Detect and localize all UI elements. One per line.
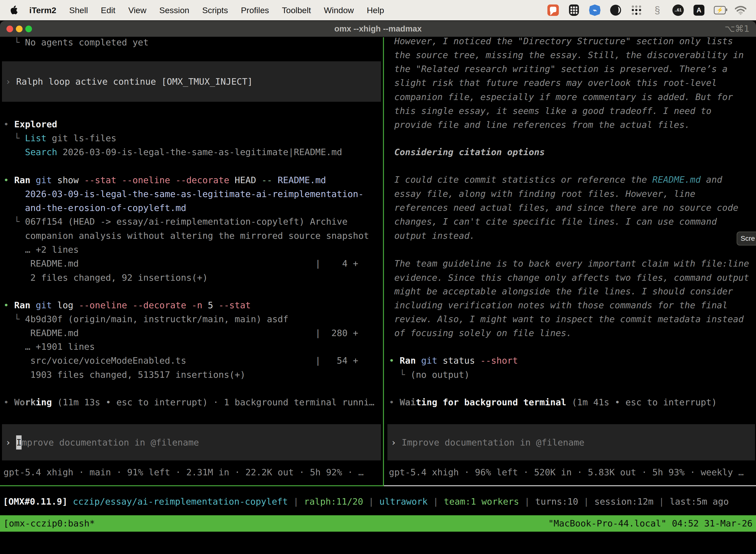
terminal-line: gpt-5.4 xhigh · main · 91% left · 2.31M …	[0, 465, 382, 479]
menu-scripts[interactable]: Scripts	[202, 5, 228, 15]
menu-profiles[interactable]: Profiles	[241, 5, 269, 15]
terminal-line: • Ran git log --oneline --decorate -n 5 …	[0, 298, 382, 312]
terminal-line: including verification notes with those …	[385, 298, 756, 312]
terminal-line: Search 2026-03-09-is-legal-the-same-as-l…	[0, 145, 382, 159]
omx-status-line: [OMX#0.11.9] cczip/essay/ai-reimplementa…	[0, 494, 756, 509]
terminal-line: this single essay, it seems like a good …	[385, 104, 756, 118]
blue-badge-icon[interactable]: ⌁	[589, 4, 601, 16]
menu-help[interactable]: Help	[367, 5, 384, 15]
right-terminal-pane: However, I noticed the "Directory Struct…	[385, 37, 756, 486]
terminal-line: slight risk that future readers may over…	[385, 76, 756, 90]
terminal-line: the source tree, missing the essay. Stil…	[385, 48, 756, 62]
terminal-line: 2 files changed, 92 insertions(+)	[0, 271, 382, 285]
terminal-line: companion file, especially if more comme…	[385, 90, 756, 104]
tmux-host-clock: "MacBook-Pro-44.local" 04:52 31-Mar-26	[548, 515, 753, 532]
terminal-line: essay file, along with finding root file…	[385, 187, 756, 201]
window-shortcut-badge: ⌥⌘1	[725, 21, 750, 37]
terminal-line: gpt-5.4 xhigh · 96% left · 520K in · 5.8…	[385, 465, 756, 479]
terminal-line: Considering citation options	[385, 145, 756, 159]
terminal-line: However, I noticed the "Directory Struct…	[385, 37, 756, 48]
dots-grid-icon[interactable]	[630, 4, 642, 16]
right-pane-border	[384, 485, 756, 486]
left-terminal-pane: └ No agents completed yet› Ralph loop ac…	[0, 37, 382, 486]
terminal-line: • Ran git show --stat --oneline --decora…	[0, 173, 382, 187]
terminal-line: README.md | 280 +	[0, 326, 382, 340]
terminal-line: … +2 lines	[0, 242, 382, 257]
terminal-line: └ No agents completed yet	[0, 37, 382, 49]
terminal-line: evidence. Since this change only affects…	[385, 271, 756, 285]
left-pane-border	[0, 485, 383, 486]
terminal-line: • Working (11m 13s • esc to interrupt) ·…	[0, 395, 382, 409]
window-title: omx --xhigh --madmax	[0, 21, 756, 37]
menubar-status-icons: ⌁ § ..61 A ⚡	[547, 4, 747, 16]
keyboard-shield-icon[interactable]	[568, 4, 580, 16]
terminal-line: 2026-03-09-is-legal-the-same-as-legitima…	[0, 187, 382, 201]
menu-edit[interactable]: Edit	[101, 5, 116, 15]
terminal-line: changes, I can't cite specific file line…	[385, 214, 756, 229]
terminal-line: • Explored	[0, 117, 382, 131]
terminal-line: the "Related research writing" section i…	[385, 62, 756, 76]
screen-share-tooltip: Scre	[737, 232, 756, 245]
letter-a-icon[interactable]: A	[693, 4, 705, 16]
menu-shell[interactable]: Shell	[69, 5, 88, 15]
terminal-line: • Ran git status --short	[385, 353, 756, 368]
terminal-line: The team guideline is to back every impo…	[385, 257, 756, 271]
terminal-line: └ 067f154 (HEAD -> essay/ai-reimplementa…	[0, 214, 382, 229]
terminal-line: I could cite commit statistics or refere…	[385, 172, 756, 187]
pane-divider[interactable]	[383, 37, 384, 486]
terminal-line: └ 4b9d30f (origin/main, instructkr/main,…	[0, 312, 382, 326]
dark-pie-icon[interactable]	[610, 4, 622, 16]
menu-toolbelt[interactable]: Toolbelt	[282, 5, 311, 15]
squiggle-icon[interactable]: §	[651, 4, 663, 16]
menu-session[interactable]: Session	[159, 5, 189, 15]
window-titlebar[interactable]: omx --xhigh --madmax ⌥⌘1	[0, 21, 756, 37]
terminal-line: … +1901 lines	[0, 340, 382, 354]
terminal-line: might be acceptable alongside the file l…	[385, 284, 756, 298]
injection-banner[interactable]: › Ralph loop active continue [OMX_TMUX_I…	[2, 61, 381, 102]
prompt-input-left[interactable]: › Improve documentation in @filename	[2, 424, 381, 460]
apple-menu-icon[interactable]	[9, 5, 18, 15]
terminal-line: └ (no output)	[385, 368, 756, 382]
messages-icon[interactable]	[547, 4, 559, 16]
wifi-icon[interactable]	[735, 4, 747, 16]
tmux-status-bar: [omx-cczip0:bash* "MacBook-Pro-44.local"…	[0, 515, 756, 532]
terminal-line: README.md | 4 +	[0, 257, 382, 271]
terminal-line: and-the-erosion-of-copyleft.md	[0, 201, 382, 215]
terminal-line: of focusing solely on file lines.	[385, 326, 756, 340]
menu-window[interactable]: Window	[324, 5, 354, 15]
terminal-line: 1903 files changed, 513517 insertions(+)	[0, 368, 382, 382]
terminal-line: companion analysis without altering the …	[0, 229, 382, 243]
battery-icon[interactable]: ⚡	[714, 4, 726, 16]
terminal-line: output instead.	[385, 229, 756, 243]
terminal-line: references need actual files, and since …	[385, 201, 756, 215]
terminal-line: review. Also, I might want to inspect th…	[385, 312, 756, 326]
menubar-app-name[interactable]: iTerm2	[29, 5, 56, 15]
tmux-session-label: [omx-cczip0:bash*	[3, 515, 95, 532]
terminal-line: provide file and line references from th…	[385, 118, 756, 132]
battery-percent-icon[interactable]: ..61	[672, 4, 684, 16]
terminal-line: src/voice/voiceModeEnabled.ts | 54 +	[0, 353, 382, 368]
terminal-line: └ List git ls-files	[0, 131, 382, 145]
prompt-input-right[interactable]: › Improve documentation in @filename	[387, 424, 755, 460]
terminal-line: • Waiting for background terminal (1m 41…	[385, 395, 756, 409]
menu-view[interactable]: View	[128, 5, 146, 15]
macos-menubar: iTerm2 Shell Edit View Session Scripts P…	[0, 0, 756, 20]
